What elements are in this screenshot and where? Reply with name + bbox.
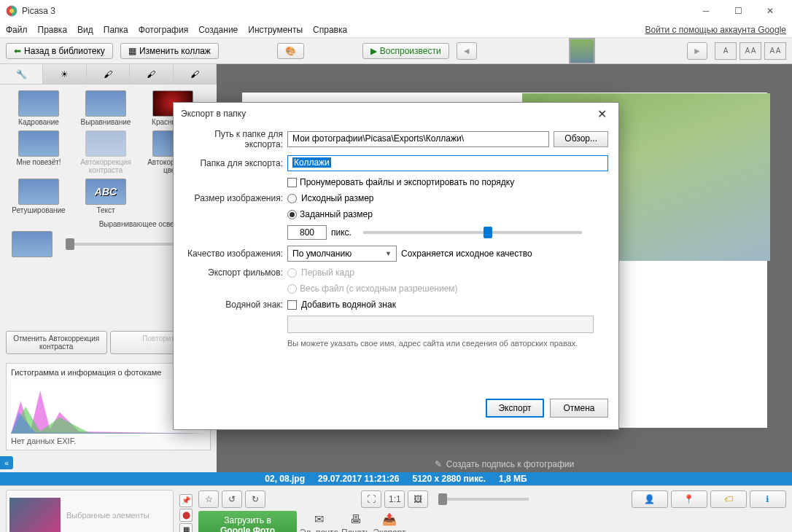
aspect-aa-button[interactable]: A A [739, 42, 761, 60]
dialog-close-button[interactable]: ✕ [593, 107, 611, 121]
upload-button[interactable]: Загрузить вGoogle Фото [198, 511, 297, 533]
export-cancel-button[interactable]: Отмена [550, 399, 608, 418]
close-button[interactable]: ✕ [754, 1, 786, 21]
effect-text[interactable]: ABCТекст [73, 179, 139, 214]
actual-size-button[interactable]: 1:1 [384, 490, 405, 508]
maximize-button[interactable]: ☐ [722, 1, 754, 21]
menu-help[interactable]: Справка [313, 25, 347, 35]
path-input[interactable]: Мои фотографии\Picasa\Exports\Коллажи\ [287, 131, 549, 147]
bottom-bar: Выбранные элементы 📌 ⬤ ▦ ☆ ↺ ↻ ⛶ 1:1 🖼 👤… [0, 485, 792, 532]
movies-whole-radio [287, 284, 297, 294]
caption-bar[interactable]: ✎Создать подпись к фотографии [217, 456, 792, 472]
tab-light[interactable]: ☀ [43, 64, 86, 84]
number-files-checkbox[interactable] [287, 178, 297, 187]
back-arrow-icon: ⬅ [14, 46, 21, 56]
prev-photo-button[interactable]: ◄ [457, 42, 477, 60]
edit-collage-button[interactable]: ▦Изменить коллаж [120, 43, 219, 59]
fit-button[interactable]: ⛶ [361, 490, 381, 508]
menu-photo[interactable]: Фотография [139, 25, 188, 35]
size-original-label: Исходный размер [301, 193, 374, 203]
palette-button[interactable]: 🎨 [277, 43, 304, 59]
dialog-titlebar: Экспорт в папку ✕ [174, 103, 618, 125]
movies-first-radio [287, 268, 297, 278]
info-bar: 02, 08.jpg 29.07.2017 11:21:26 5120 x 28… [0, 472, 792, 485]
clear-button[interactable]: ⬤ [179, 509, 193, 522]
caption-icon: ✎ [435, 459, 442, 469]
effect-lucky[interactable]: Мне повезёт! [6, 130, 71, 174]
size-pixels-input[interactable] [287, 225, 327, 240]
menubar: Файл Правка Вид Папка Фотография Создани… [0, 22, 792, 38]
size-custom-label: Заданный размер [300, 209, 373, 219]
zoom-thumb-button[interactable]: 🖼 [408, 490, 428, 508]
aspect-aa2-button[interactable]: A A [764, 42, 786, 60]
movies-label: Экспорт фильмов: [184, 267, 283, 278]
menu-view[interactable]: Вид [77, 25, 93, 35]
movies-first-label: Первый кадр [301, 267, 354, 278]
tab-basic[interactable]: 🔧 [0, 64, 43, 84]
brush-icon: 🖌 [104, 69, 112, 79]
wrench-icon: 🔧 [16, 69, 27, 79]
selection-label: Выбранные элементы [66, 511, 150, 520]
tab-brush3[interactable]: 🖌 [174, 64, 217, 84]
tab-brush1[interactable]: 🖌 [87, 64, 130, 84]
export-icon: 📤 [382, 512, 397, 526]
tray-menu-button[interactable]: ▦ [179, 523, 193, 533]
photo-icon: 🖼 [414, 494, 422, 504]
people-button[interactable]: 👤 [632, 490, 668, 508]
px-label: пикс. [331, 227, 352, 238]
size-original-radio[interactable] [287, 194, 297, 203]
next-photo-button[interactable]: ► [687, 42, 707, 60]
aspect-a-button[interactable]: A [715, 42, 737, 60]
selection-thumb[interactable] [9, 498, 61, 533]
quality-label: Качество изображения: [184, 249, 283, 259]
menu-edit[interactable]: Правка [38, 25, 68, 35]
effect-retouch[interactable]: Ретуширование [6, 179, 71, 214]
signin-link[interactable]: Войти с помощью аккаунта Google [645, 25, 786, 35]
export-ok-button[interactable]: Экспорт [486, 399, 544, 418]
print-button[interactable]: 🖶Печать [341, 513, 370, 533]
info-filename: 02, 08.jpg [265, 474, 305, 484]
email-icon: ✉ [314, 512, 324, 526]
email-button[interactable]: ✉Эл. почта [300, 512, 338, 532]
effect-straighten[interactable]: Выравнивание [73, 90, 139, 126]
current-thumb[interactable] [569, 38, 595, 64]
quality-combo[interactable]: По умолчанию▼ [287, 246, 397, 262]
tags-button[interactable]: 🏷 [710, 490, 747, 508]
menu-tools[interactable]: Инструменты [248, 25, 303, 35]
chevron-down-icon: ▼ [385, 250, 392, 257]
watermark-hint: Вы можете указать свое имя, адрес сайта … [287, 339, 608, 348]
effect-autocontrast[interactable]: Автокоррекция контраста [73, 130, 139, 174]
size-slider[interactable] [363, 231, 582, 234]
undo-button[interactable]: Отменить Автокоррекция контраста [6, 331, 107, 354]
no-exif-label: Нет данных EXIF. [11, 437, 206, 445]
browse-button[interactable]: Обзор... [554, 131, 608, 147]
size-custom-radio[interactable] [287, 210, 297, 219]
play-button[interactable]: ▶Воспроизвести [362, 43, 449, 59]
toolbar: ⬅Назад в библиотеку ▦Изменить коллаж 🎨 ▶… [0, 38, 792, 64]
export-button[interactable]: 📤Экспорт [373, 512, 405, 532]
expand-handle[interactable]: « [0, 456, 13, 469]
star-button[interactable]: ☆ [198, 490, 219, 508]
tab-brush2[interactable]: 🖌 [130, 64, 173, 84]
folder-input[interactable]: Коллажи [287, 155, 608, 171]
pin-button[interactable]: 📌 [179, 494, 193, 507]
menu-create[interactable]: Создание [198, 25, 238, 35]
effect-crop[interactable]: Кадрование [6, 90, 71, 126]
rotate-right-button[interactable]: ↻ [245, 490, 265, 508]
selection-tray: Выбранные элементы [6, 490, 174, 533]
places-button[interactable]: 📍 [671, 490, 707, 508]
back-to-library-button[interactable]: ⬅Назад в библиотеку [6, 43, 113, 59]
menu-file[interactable]: Файл [6, 25, 28, 35]
watermark-cb-label: Добавить водяной знак [301, 300, 396, 310]
info-button[interactable]: ℹ [750, 490, 786, 508]
path-label: Путь к папке для экспорта: [184, 129, 283, 149]
minimize-button[interactable]: ─ [690, 1, 722, 21]
rotate-left-button[interactable]: ↺ [222, 490, 242, 508]
watermark-input [287, 316, 594, 333]
quality-note: Сохраняется исходное качество [401, 249, 532, 259]
wm-label: Водяной знак: [184, 300, 283, 310]
size-label: Размер изображения: [184, 193, 283, 203]
watermark-checkbox[interactable] [287, 300, 297, 310]
dialog-title: Экспорт в папку [181, 109, 246, 119]
menu-folder[interactable]: Папка [104, 25, 128, 35]
